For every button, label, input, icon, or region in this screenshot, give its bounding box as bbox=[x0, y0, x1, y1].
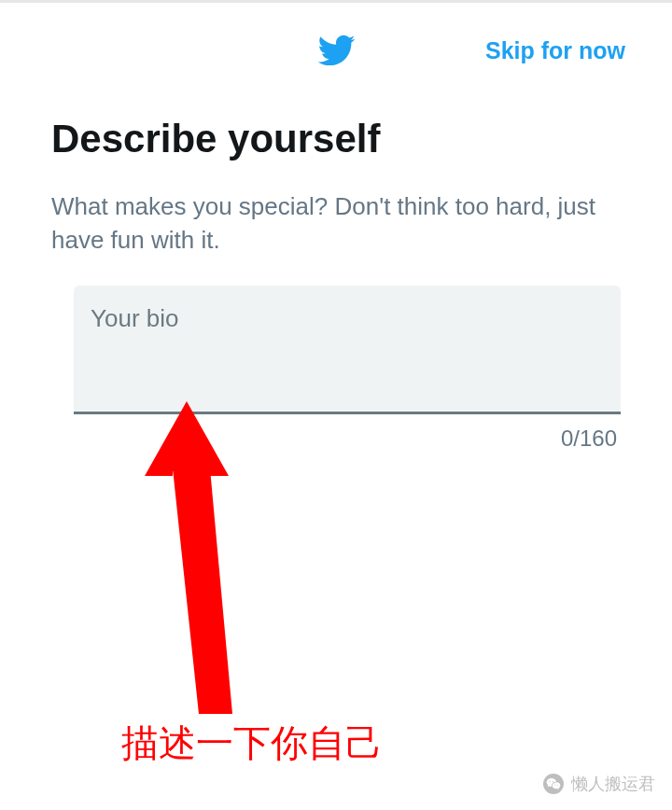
content-area: Describe yourself What makes you special… bbox=[0, 89, 672, 452]
bio-placeholder-text: Your bio bbox=[91, 304, 604, 333]
wechat-icon bbox=[543, 774, 564, 794]
page-title: Describe yourself bbox=[51, 117, 621, 161]
character-count: 0/160 bbox=[51, 426, 621, 452]
header: Skip for now bbox=[0, 3, 672, 89]
skip-for-now-link[interactable]: Skip for now bbox=[356, 37, 625, 64]
watermark-text: 懒人搬运君 bbox=[571, 773, 655, 795]
page-subtitle: What makes you special? Don't think too … bbox=[51, 189, 621, 258]
watermark: 懒人搬运君 bbox=[543, 773, 655, 795]
svg-marker-1 bbox=[173, 468, 232, 714]
twitter-bird-icon bbox=[316, 31, 356, 70]
annotation-label: 描述一下你自己 bbox=[121, 718, 383, 769]
bio-textarea[interactable]: Your bio bbox=[74, 286, 621, 414]
